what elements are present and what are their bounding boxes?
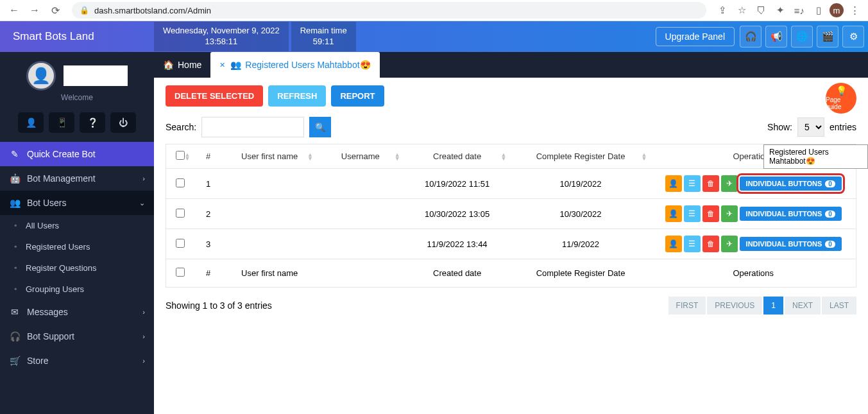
video-icon[interactable]: 🎬: [817, 26, 838, 47]
op-send-button[interactable]: ✈: [721, 175, 738, 192]
show-suffix: entries: [830, 122, 856, 132]
page-first[interactable]: FIRST: [668, 297, 706, 315]
individual-buttons-button[interactable]: INDIVIDUAL BUTTONS 0: [740, 207, 842, 221]
share-icon[interactable]: ⇪: [714, 2, 731, 19]
row-first-name: [223, 229, 317, 259]
star-icon[interactable]: ☆: [733, 2, 750, 19]
op-send-button[interactable]: ✈: [721, 205, 738, 222]
qa-help-icon[interactable]: ❔: [80, 112, 105, 133]
playlist-icon[interactable]: ≡♪: [791, 2, 808, 19]
sub-registered-users[interactable]: Registered Users: [0, 236, 154, 257]
sidebar-item-messages[interactable]: ✉ Messages ›: [0, 300, 154, 324]
page-last[interactable]: LAST: [822, 297, 856, 315]
col-num[interactable]: #: [194, 144, 223, 169]
individual-buttons-button[interactable]: INDIVIDUAL BUTTONS 0: [740, 237, 842, 251]
delete-selected-button[interactable]: DELETE SELECTED: [166, 85, 263, 107]
chevron-right-icon: ›: [142, 308, 145, 316]
headset-icon: 🎧: [9, 331, 21, 341]
profile-avatar[interactable]: m: [830, 3, 844, 17]
page-next[interactable]: NEXT: [785, 297, 821, 315]
sub-all-users[interactable]: All Users: [0, 215, 154, 236]
globe-icon[interactable]: 🌐: [791, 26, 813, 47]
extensions-icon[interactable]: ✦: [772, 2, 788, 19]
select-all-checkbox[interactable]: [176, 151, 185, 160]
row-complete: 10/30/2022: [511, 199, 651, 229]
op-delete-button[interactable]: 🗑: [702, 175, 719, 192]
page-1[interactable]: 1: [763, 297, 783, 315]
page-prev[interactable]: PREVIOUS: [707, 297, 762, 315]
tab-home[interactable]: 🏠 Home: [154, 52, 210, 78]
op-profile-button[interactable]: 👤: [665, 205, 682, 222]
reload-button[interactable]: ⟳: [46, 1, 64, 19]
op-delete-button[interactable]: 🗑: [702, 205, 719, 222]
close-icon[interactable]: ✕: [219, 61, 225, 69]
show-select[interactable]: 5: [797, 117, 824, 137]
col-username[interactable]: Username▲▼: [317, 144, 404, 169]
sort-icon[interactable]: ▲▼: [501, 152, 507, 160]
sidebar-item-bot-management[interactable]: 🤖 Bot Management ›: [0, 166, 154, 191]
sidebar-item-bot-support[interactable]: 🎧 Bot Support ›: [0, 324, 154, 349]
op-list-button[interactable]: ☰: [684, 175, 701, 192]
refresh-button[interactable]: REFRESH: [268, 85, 326, 107]
col-first-name[interactable]: User first name▲▼: [223, 144, 317, 169]
shield-icon[interactable]: ⛉: [753, 2, 769, 19]
show-label: Show:: [767, 122, 792, 132]
op-delete-button[interactable]: 🗑: [702, 236, 719, 252]
panel-icon[interactable]: ▯: [810, 2, 827, 19]
count-badge: 0: [825, 180, 835, 187]
sort-icon[interactable]: ▲▼: [642, 152, 647, 160]
menu-icon[interactable]: ⋮: [846, 2, 863, 19]
support-icon[interactable]: 🎧: [740, 26, 762, 47]
chevron-down-icon: ⌄: [139, 199, 145, 207]
col-complete[interactable]: Complete Register Date▲▼: [511, 144, 651, 169]
row-checkbox[interactable]: [176, 209, 185, 218]
forward-button[interactable]: →: [26, 1, 44, 19]
qa-mobile-icon[interactable]: 📱: [49, 112, 74, 133]
settings-icon[interactable]: ⚙: [842, 26, 864, 47]
search-button[interactable]: 🔍: [309, 117, 331, 137]
address-bar[interactable]: 🔒 dash.smartbotsland.com/Admin: [72, 2, 706, 19]
sort-icon[interactable]: ▲▼: [185, 152, 191, 160]
announce-icon[interactable]: 📢: [765, 26, 787, 47]
foot-num: #: [194, 259, 223, 288]
quick-create-bot[interactable]: ✎ Quick Create Bot: [0, 142, 154, 166]
sub-grouping-users[interactable]: Grouping Users: [0, 279, 154, 300]
individual-buttons-button[interactable]: INDIVIDUAL BUTTONS 0: [740, 177, 842, 191]
sort-icon[interactable]: ▲▼: [307, 152, 313, 160]
op-profile-button[interactable]: 👤: [665, 236, 682, 252]
op-list-button[interactable]: ☰: [684, 205, 701, 222]
foot-created: Created date: [404, 259, 511, 288]
sidebar-item-store[interactable]: 🛒 Store ›: [0, 349, 154, 373]
search-input[interactable]: [201, 117, 304, 137]
row-checkbox[interactable]: [176, 239, 185, 248]
showing-text: Showing 1 to 3 of 3 entries: [166, 300, 272, 311]
user-avatar: 👤: [26, 61, 56, 91]
page-guide-button[interactable]: 💡 Page guide: [826, 83, 856, 114]
report-button[interactable]: REPORT: [331, 85, 384, 107]
sidebar-item-bot-users[interactable]: 👥 Bot Users ⌄: [0, 191, 154, 215]
op-list-button[interactable]: ☰: [684, 236, 701, 252]
sub-register-questions[interactable]: Register Questions: [0, 257, 154, 279]
row-created: 10/19/2022 11:51: [404, 169, 511, 199]
back-button[interactable]: ←: [5, 1, 23, 19]
users-icon: 👥: [230, 60, 241, 70]
select-all-checkbox-foot[interactable]: [176, 268, 185, 277]
table-row: 311/9/2022 13:4411/9/2022👤☰🗑✈INDIVIDUAL …: [166, 229, 856, 259]
op-profile-button[interactable]: 👤: [665, 175, 682, 192]
remain-time-box: Remain time 59:11: [291, 22, 356, 51]
user-name-masked: [64, 65, 128, 86]
qa-user-icon[interactable]: 👤: [18, 112, 44, 133]
row-complete: 10/19/2022: [511, 169, 651, 199]
row-complete: 11/9/2022: [511, 229, 651, 259]
row-num: 3: [194, 229, 223, 259]
upgrade-panel-button[interactable]: Upgrade Panel: [656, 27, 735, 46]
tab-registered-users[interactable]: ✕ 👥 Registered Users Mahtabbot😍: [210, 52, 379, 78]
sort-icon[interactable]: ▲▼: [395, 152, 400, 160]
magic-icon: ✎: [9, 149, 21, 159]
op-send-button[interactable]: ✈: [721, 236, 738, 252]
qa-power-icon[interactable]: ⏻: [110, 112, 136, 133]
col-created[interactable]: Created date▲▼: [404, 144, 511, 169]
row-operations: 👤☰🗑✈INDIVIDUAL BUTTONS 0: [656, 236, 851, 252]
count-badge: 0: [825, 241, 835, 248]
row-checkbox[interactable]: [176, 178, 185, 187]
